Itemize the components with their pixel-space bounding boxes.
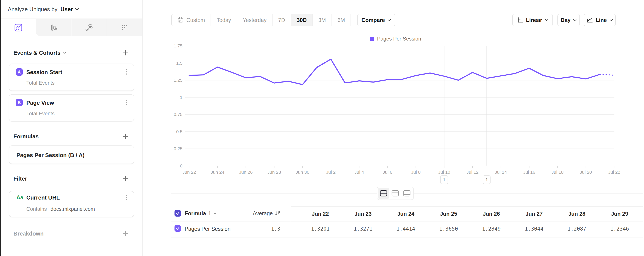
- chevron-down-icon: [63, 52, 66, 54]
- filter-card-current-url[interactable]: Aa Current URL Contains docs.mixpanel.co…: [9, 191, 134, 217]
- date-column-header: Jun 24: [384, 211, 427, 217]
- kebab-menu-icon[interactable]: [124, 68, 129, 76]
- formula-expression[interactable]: Pages Per Session (B / A): [16, 152, 84, 159]
- analyze-entity-dropdown[interactable]: User: [60, 6, 73, 13]
- sort-icon: [274, 211, 280, 216]
- add-event-button[interactable]: [122, 50, 129, 56]
- average-column-header[interactable]: Average: [253, 210, 280, 217]
- svg-text:Jun 22: Jun 22: [182, 170, 196, 175]
- series-cell-value: 1.2087: [556, 226, 598, 232]
- svg-text:Jul 10: Jul 10: [438, 170, 450, 175]
- report-main-panel: Custom Today Yesterday 7D 30D 3M 6M 12M …: [142, 0, 644, 256]
- check-icon: [175, 211, 180, 216]
- layout-table-only-button[interactable]: [401, 188, 413, 199]
- kebab-menu-icon[interactable]: [124, 99, 129, 106]
- breakdown-section-title: Breakdown: [14, 230, 44, 237]
- date-column-header: Jun 27: [513, 211, 556, 217]
- event-name[interactable]: Session Start: [26, 69, 62, 76]
- svg-text:1: 1: [180, 95, 182, 100]
- svg-text:Jul 22: Jul 22: [608, 170, 620, 175]
- date-column-header: Jun 22: [299, 211, 342, 217]
- svg-text:Jun 28: Jun 28: [267, 170, 281, 175]
- add-breakdown-button[interactable]: [122, 230, 129, 237]
- tab-funnels[interactable]: [36, 19, 71, 36]
- date-column-header: Jun 25: [427, 211, 470, 217]
- pages-per-session-line-chart[interactable]: 00.250.50.7511.251.51.75Jun 22Jun 24Jun …: [142, 0, 644, 256]
- svg-text:1: 1: [486, 177, 488, 182]
- svg-text:Jul 18: Jul 18: [552, 170, 564, 175]
- formulas-section-title: Formulas: [14, 133, 39, 140]
- svg-text:1.75: 1.75: [174, 43, 182, 48]
- series-row-label[interactable]: Pages Per Session: [185, 226, 231, 232]
- svg-text:1.5: 1.5: [176, 61, 182, 66]
- formula-group-header[interactable]: Formula 1: [185, 210, 216, 217]
- kebab-menu-icon[interactable]: [124, 194, 129, 201]
- event-letter-badge: A: [16, 68, 23, 76]
- event-card-session-start[interactable]: A Session Start Total Events: [9, 64, 134, 91]
- event-measure[interactable]: Total Events: [26, 111, 55, 117]
- event-card-page-view[interactable]: B Page View Total Events: [9, 94, 134, 122]
- svg-text:Jun 30: Jun 30: [296, 170, 309, 175]
- tab-flows[interactable]: [71, 19, 107, 36]
- svg-text:0: 0: [180, 163, 182, 168]
- split-view-icon: [380, 190, 388, 197]
- query-builder-sidebar: Analyze Uniques by User: [1, 0, 142, 256]
- filter-section-header: Filter: [14, 174, 129, 183]
- formula-group-checkbox[interactable]: [174, 210, 181, 217]
- analyze-header: Analyze Uniques by User: [1, 0, 142, 19]
- series-cell-value: 1.2346: [598, 226, 641, 232]
- table-header-border: [170, 222, 643, 222]
- svg-text:Jul 16: Jul 16: [523, 170, 535, 175]
- event-measure[interactable]: Total Events: [26, 80, 55, 86]
- chevron-down-icon: [213, 213, 216, 215]
- breakdown-section-header: Breakdown: [14, 229, 129, 238]
- series-cell-value: 1.3650: [427, 226, 470, 232]
- filter-value[interactable]: docs.mixpanel.com: [50, 206, 95, 212]
- filter-property-name[interactable]: Current URL: [26, 194, 60, 201]
- svg-text:Jul 8: Jul 8: [411, 170, 420, 175]
- svg-text:0.25: 0.25: [174, 146, 182, 151]
- svg-text:1: 1: [443, 177, 446, 182]
- series-cell-value: 1.3201: [299, 226, 342, 232]
- chevron-down-icon: [75, 8, 79, 10]
- funnels-icon: [50, 23, 58, 32]
- svg-text:Jul 4: Jul 4: [354, 170, 364, 175]
- svg-text:0.75: 0.75: [174, 112, 182, 117]
- tab-retention[interactable]: [107, 19, 142, 36]
- svg-text:Jul 12: Jul 12: [466, 170, 478, 175]
- layout-split-view-button[interactable]: [378, 188, 390, 199]
- event-letter-badge: B: [16, 99, 23, 106]
- series-cell-value: 1.4414: [384, 226, 427, 232]
- series-row-checkbox[interactable]: [174, 225, 181, 232]
- svg-text:Jul 6: Jul 6: [383, 170, 392, 175]
- event-name[interactable]: Page View: [26, 100, 54, 106]
- analyze-label: Analyze Uniques by: [8, 6, 58, 13]
- series-cell-value: 1.3271: [342, 226, 384, 232]
- svg-text:Jul 2: Jul 2: [326, 170, 336, 175]
- string-property-icon: Aa: [16, 194, 23, 201]
- add-formula-button[interactable]: [122, 133, 129, 140]
- svg-text:Jul 20: Jul 20: [580, 170, 592, 175]
- table-top-icon: [391, 190, 399, 197]
- check-icon: [175, 226, 180, 231]
- report-type-tabs: [1, 19, 142, 36]
- filter-operator[interactable]: Contains: [26, 206, 47, 212]
- retention-icon: [120, 23, 129, 32]
- events-section-header: Events & Cohorts: [14, 48, 129, 57]
- date-column-header: Jun 29: [598, 211, 641, 217]
- svg-text:Jun 24: Jun 24: [211, 170, 224, 175]
- table-bottom-icon: [403, 190, 411, 197]
- table-top-border: [291, 206, 643, 207]
- formula-card[interactable]: Pages Per Session (B / A): [9, 145, 134, 164]
- insights-icon: [14, 23, 22, 32]
- series-average-value: 1.3: [271, 226, 280, 232]
- filter-section-title: Filter: [14, 175, 27, 182]
- add-filter-button[interactable]: [122, 175, 129, 182]
- svg-text:Jul 14: Jul 14: [495, 170, 507, 175]
- tab-insights[interactable]: [1, 19, 36, 36]
- layout-chart-only-button[interactable]: [390, 188, 401, 199]
- events-section-title[interactable]: Events & Cohorts: [14, 50, 66, 56]
- svg-text:0.5: 0.5: [176, 129, 182, 134]
- table-row-border: [170, 237, 643, 238]
- date-column-header: Jun 23: [342, 211, 384, 217]
